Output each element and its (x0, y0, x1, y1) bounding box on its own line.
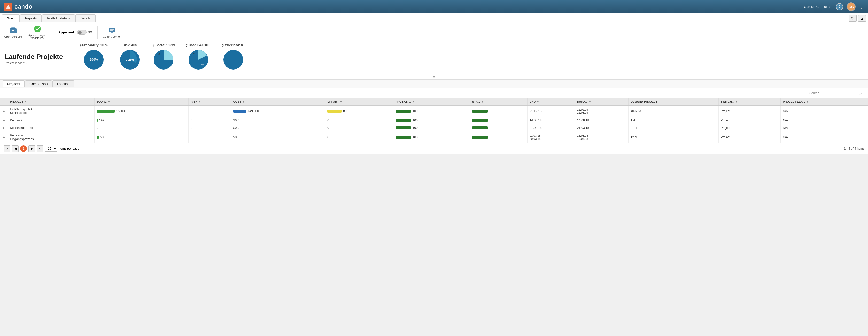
filter-cost-icon[interactable]: ▼ (242, 100, 245, 103)
row-risk-3: 0 (188, 124, 231, 132)
table-row: ▶ RedesignEingangsprozess 500 0 $0.0 0 1… (0, 132, 868, 143)
score-value-1: 15000 (116, 109, 125, 113)
row-score-4: 500 (94, 132, 188, 143)
pagination: ⇄ ◀ 1 ▶ ⇆ 15 10 20 50 items per page 1 -… (0, 143, 868, 154)
row-demand-4: 12 d (628, 132, 718, 143)
filter-switch-icon[interactable]: ▼ (735, 100, 738, 103)
tab-start[interactable]: Start (2, 14, 20, 22)
row-leader-4: N/A (781, 132, 868, 143)
page-prev-button[interactable]: ◀ (12, 145, 19, 152)
col-end: END ▼ (527, 98, 575, 105)
refresh-button[interactable]: ↻ (849, 15, 857, 22)
prob-bar-2 (396, 119, 411, 122)
prob-value-2: 100 (412, 119, 418, 122)
expand-button[interactable]: ⋮ (859, 4, 864, 9)
filter-risk-icon[interactable]: ▼ (198, 100, 201, 103)
row-switch-4: Project (718, 132, 781, 143)
tab-details[interactable]: Details (75, 14, 96, 22)
row-switch-3: Project (718, 124, 781, 132)
row-switch-2: Project (718, 117, 781, 124)
svg-text:<0: <0 (167, 64, 169, 67)
filter-score-icon[interactable]: ▼ (108, 100, 110, 103)
row-effort-2: 0 (325, 117, 393, 124)
chart-risk-label: Risk: 40% (123, 43, 137, 47)
filter-status-icon[interactable]: ▼ (481, 100, 484, 103)
filter-prob-icon[interactable]: ▼ (412, 100, 414, 103)
chart-probability-label: ⌀ Probability: 100% (80, 43, 108, 47)
open-portfolio-btn[interactable]: Open portfolio (4, 26, 22, 38)
svg-marker-7 (111, 32, 113, 34)
status-bar-4 (472, 136, 488, 139)
row-demand-2: 1 d (628, 117, 718, 124)
logo: cando (4, 3, 33, 11)
search-row: ⌕ (0, 88, 868, 98)
approved-toggle[interactable]: NO (77, 30, 92, 35)
row-expand-4[interactable]: ▶ (0, 132, 8, 143)
page-next-button[interactable]: ▶ (28, 145, 35, 152)
collapse-button[interactable]: ▲ (858, 15, 866, 22)
tab-reports[interactable]: Reports (20, 14, 42, 22)
col-effort: EFFORT ▼ (325, 98, 393, 105)
row-demand-3: 21 d (628, 124, 718, 132)
tab-portfolio-details[interactable]: Portfolio details (42, 14, 75, 22)
prob-value-3: 100 (412, 126, 418, 130)
score-bar-1 (97, 110, 115, 113)
row-demand-1: 40-60 d (628, 105, 718, 117)
col-project: PROJECT ▼ (8, 98, 94, 105)
tab-projects[interactable]: Projects (3, 81, 25, 87)
row-risk-1: 0 (188, 105, 231, 117)
filter-project-icon[interactable]: ▼ (24, 100, 27, 103)
row-switch-1: Project (718, 105, 781, 117)
row-status-1 (470, 105, 527, 117)
row-expand-3[interactable]: ▶ (0, 124, 8, 132)
per-page-select[interactable]: 15 10 20 50 (45, 146, 57, 152)
page-last-button[interactable]: ⇆ (37, 145, 43, 152)
status-bar-1 (472, 110, 488, 113)
pagination-range: 1 - 4 of 4 items (844, 147, 864, 150)
row-status-4 (470, 132, 527, 143)
cost-value-1: $49,500.0 (248, 109, 261, 113)
cost-value-2: $0.0 (233, 119, 239, 122)
row-cost-2: $0.0 (231, 117, 325, 124)
table-row: ▶ Einführung JIRASchnittstelle 15000 0 $… (0, 105, 868, 117)
filter-duration-icon[interactable]: ▼ (589, 100, 591, 103)
search-input[interactable] (809, 91, 858, 95)
row-expand-2[interactable]: ▶ (0, 117, 8, 124)
approve-btn[interactable]: Approve project for detailed- (27, 25, 48, 39)
status-bar-3 (472, 126, 488, 129)
filter-effort-icon[interactable]: ▼ (340, 100, 342, 103)
toolbar-divider-1 (53, 26, 53, 39)
top-bar-right: Can Do Consultant ? CC ⋮ (804, 2, 864, 11)
page-1-button[interactable]: 1 (20, 145, 27, 152)
row-score-3: 0 (94, 124, 188, 132)
comm-center-btn[interactable]: Comm. center (103, 26, 121, 38)
open-portfolio-icon (9, 26, 17, 34)
col-switch: SWITCH... ▼ (718, 98, 781, 105)
approved-value: NO (88, 30, 92, 34)
row-project-4: RedesignEingangsprozess (8, 132, 94, 143)
page-first-button[interactable]: ⇄ (4, 145, 10, 152)
col-cost: COST ▼ (231, 98, 325, 105)
toggle-box[interactable] (77, 30, 87, 35)
svg-marker-0 (6, 5, 10, 9)
help-button[interactable]: ? (836, 3, 843, 10)
filter-leader-icon[interactable]: ▼ (806, 100, 809, 103)
row-expand-1[interactable]: ▶ (0, 105, 8, 117)
chart-probability: ⌀ Probability: 100% 100% (80, 43, 108, 72)
tab-bar: Start Reports Portfolio details Details … (0, 13, 868, 23)
tab-comparison[interactable]: Comparison (25, 81, 52, 87)
tab-location[interactable]: Location (53, 81, 74, 87)
row-prob-1: 100 (393, 105, 470, 117)
filter-end-icon[interactable]: ▼ (536, 100, 539, 103)
table-row: ▶ Deman 2 199 0 $0.0 0 (0, 117, 868, 124)
logo-text: cando (14, 3, 33, 10)
col-expand (0, 98, 8, 105)
row-effort-1: 80 (325, 105, 393, 117)
effort-value-2: 0 (327, 119, 329, 122)
collapse-charts-arrow[interactable]: ▾ (0, 74, 868, 79)
score-bar-2 (97, 119, 98, 122)
row-leader-3: N/A (781, 124, 868, 132)
row-duration-2: 14.08.18 (575, 117, 628, 124)
chart-score: ∑ Score: 15699 >0 <0 (152, 43, 175, 72)
chart-risk-pie: 0-25% (118, 48, 142, 72)
